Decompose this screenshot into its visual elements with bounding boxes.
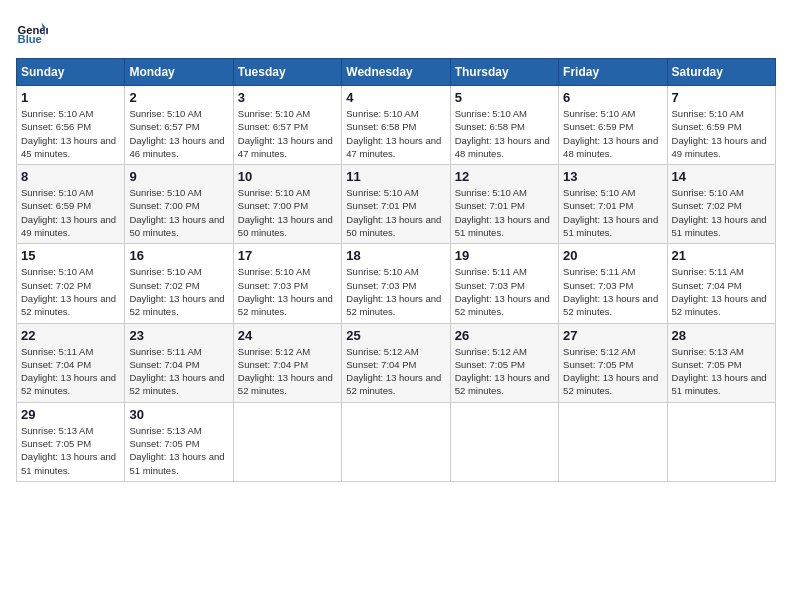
day-info: Sunrise: 5:13 AM Sunset: 7:05 PM Dayligh… <box>21 424 120 477</box>
day-info: Sunrise: 5:12 AM Sunset: 7:05 PM Dayligh… <box>455 345 554 398</box>
calendar-cell: 18 Sunrise: 5:10 AM Sunset: 7:03 PM Dayl… <box>342 244 450 323</box>
calendar-cell: 12 Sunrise: 5:10 AM Sunset: 7:01 PM Dayl… <box>450 165 558 244</box>
day-info: Sunrise: 5:10 AM Sunset: 6:59 PM Dayligh… <box>672 107 771 160</box>
day-info: Sunrise: 5:10 AM Sunset: 7:00 PM Dayligh… <box>129 186 228 239</box>
day-info: Sunrise: 5:13 AM Sunset: 7:05 PM Dayligh… <box>672 345 771 398</box>
calendar-week-row: 22 Sunrise: 5:11 AM Sunset: 7:04 PM Dayl… <box>17 323 776 402</box>
day-number: 10 <box>238 169 337 184</box>
day-info: Sunrise: 5:10 AM Sunset: 7:02 PM Dayligh… <box>672 186 771 239</box>
column-header-monday: Monday <box>125 59 233 86</box>
calendar-cell: 14 Sunrise: 5:10 AM Sunset: 7:02 PM Dayl… <box>667 165 775 244</box>
day-number: 12 <box>455 169 554 184</box>
calendar-cell <box>342 402 450 481</box>
day-info: Sunrise: 5:11 AM Sunset: 7:04 PM Dayligh… <box>21 345 120 398</box>
calendar-cell: 27 Sunrise: 5:12 AM Sunset: 7:05 PM Dayl… <box>559 323 667 402</box>
day-number: 11 <box>346 169 445 184</box>
calendar-cell: 25 Sunrise: 5:12 AM Sunset: 7:04 PM Dayl… <box>342 323 450 402</box>
column-header-tuesday: Tuesday <box>233 59 341 86</box>
calendar-cell: 22 Sunrise: 5:11 AM Sunset: 7:04 PM Dayl… <box>17 323 125 402</box>
day-info: Sunrise: 5:10 AM Sunset: 7:02 PM Dayligh… <box>21 265 120 318</box>
day-info: Sunrise: 5:11 AM Sunset: 7:03 PM Dayligh… <box>563 265 662 318</box>
day-number: 7 <box>672 90 771 105</box>
day-info: Sunrise: 5:10 AM Sunset: 6:57 PM Dayligh… <box>238 107 337 160</box>
day-info: Sunrise: 5:11 AM Sunset: 7:04 PM Dayligh… <box>129 345 228 398</box>
day-number: 19 <box>455 248 554 263</box>
calendar-cell: 6 Sunrise: 5:10 AM Sunset: 6:59 PM Dayli… <box>559 86 667 165</box>
column-header-saturday: Saturday <box>667 59 775 86</box>
calendar-cell: 2 Sunrise: 5:10 AM Sunset: 6:57 PM Dayli… <box>125 86 233 165</box>
day-info: Sunrise: 5:10 AM Sunset: 7:00 PM Dayligh… <box>238 186 337 239</box>
calendar-cell <box>559 402 667 481</box>
day-number: 26 <box>455 328 554 343</box>
day-number: 24 <box>238 328 337 343</box>
day-info: Sunrise: 5:10 AM Sunset: 7:03 PM Dayligh… <box>238 265 337 318</box>
calendar-cell: 10 Sunrise: 5:10 AM Sunset: 7:00 PM Dayl… <box>233 165 341 244</box>
day-number: 2 <box>129 90 228 105</box>
day-number: 6 <box>563 90 662 105</box>
day-info: Sunrise: 5:10 AM Sunset: 6:59 PM Dayligh… <box>563 107 662 160</box>
day-number: 16 <box>129 248 228 263</box>
page-header: General Blue <box>16 16 776 48</box>
calendar-cell: 7 Sunrise: 5:10 AM Sunset: 6:59 PM Dayli… <box>667 86 775 165</box>
day-info: Sunrise: 5:12 AM Sunset: 7:04 PM Dayligh… <box>238 345 337 398</box>
day-number: 25 <box>346 328 445 343</box>
calendar-cell <box>667 402 775 481</box>
day-info: Sunrise: 5:10 AM Sunset: 7:01 PM Dayligh… <box>455 186 554 239</box>
day-number: 18 <box>346 248 445 263</box>
day-info: Sunrise: 5:10 AM Sunset: 7:03 PM Dayligh… <box>346 265 445 318</box>
calendar-cell: 1 Sunrise: 5:10 AM Sunset: 6:56 PM Dayli… <box>17 86 125 165</box>
calendar-cell: 20 Sunrise: 5:11 AM Sunset: 7:03 PM Dayl… <box>559 244 667 323</box>
calendar-cell: 23 Sunrise: 5:11 AM Sunset: 7:04 PM Dayl… <box>125 323 233 402</box>
day-number: 23 <box>129 328 228 343</box>
column-header-friday: Friday <box>559 59 667 86</box>
calendar-cell: 28 Sunrise: 5:13 AM Sunset: 7:05 PM Dayl… <box>667 323 775 402</box>
day-number: 22 <box>21 328 120 343</box>
calendar-cell: 30 Sunrise: 5:13 AM Sunset: 7:05 PM Dayl… <box>125 402 233 481</box>
day-number: 14 <box>672 169 771 184</box>
calendar-cell: 5 Sunrise: 5:10 AM Sunset: 6:58 PM Dayli… <box>450 86 558 165</box>
calendar-week-row: 8 Sunrise: 5:10 AM Sunset: 6:59 PM Dayli… <box>17 165 776 244</box>
column-header-wednesday: Wednesday <box>342 59 450 86</box>
calendar-cell: 17 Sunrise: 5:10 AM Sunset: 7:03 PM Dayl… <box>233 244 341 323</box>
day-info: Sunrise: 5:10 AM Sunset: 6:57 PM Dayligh… <box>129 107 228 160</box>
calendar-cell: 15 Sunrise: 5:10 AM Sunset: 7:02 PM Dayl… <box>17 244 125 323</box>
day-info: Sunrise: 5:11 AM Sunset: 7:03 PM Dayligh… <box>455 265 554 318</box>
calendar-cell: 8 Sunrise: 5:10 AM Sunset: 6:59 PM Dayli… <box>17 165 125 244</box>
day-number: 29 <box>21 407 120 422</box>
calendar-cell: 3 Sunrise: 5:10 AM Sunset: 6:57 PM Dayli… <box>233 86 341 165</box>
day-info: Sunrise: 5:10 AM Sunset: 7:02 PM Dayligh… <box>129 265 228 318</box>
day-info: Sunrise: 5:12 AM Sunset: 7:04 PM Dayligh… <box>346 345 445 398</box>
day-info: Sunrise: 5:10 AM Sunset: 6:59 PM Dayligh… <box>21 186 120 239</box>
calendar-cell: 26 Sunrise: 5:12 AM Sunset: 7:05 PM Dayl… <box>450 323 558 402</box>
day-number: 30 <box>129 407 228 422</box>
calendar-cell: 16 Sunrise: 5:10 AM Sunset: 7:02 PM Dayl… <box>125 244 233 323</box>
calendar-table: SundayMondayTuesdayWednesdayThursdayFrid… <box>16 58 776 482</box>
logo: General Blue <box>16 16 48 48</box>
calendar-cell: 21 Sunrise: 5:11 AM Sunset: 7:04 PM Dayl… <box>667 244 775 323</box>
day-number: 21 <box>672 248 771 263</box>
calendar-cell: 24 Sunrise: 5:12 AM Sunset: 7:04 PM Dayl… <box>233 323 341 402</box>
day-number: 13 <box>563 169 662 184</box>
day-info: Sunrise: 5:13 AM Sunset: 7:05 PM Dayligh… <box>129 424 228 477</box>
day-info: Sunrise: 5:10 AM Sunset: 6:58 PM Dayligh… <box>455 107 554 160</box>
calendar-header-row: SundayMondayTuesdayWednesdayThursdayFrid… <box>17 59 776 86</box>
calendar-week-row: 29 Sunrise: 5:13 AM Sunset: 7:05 PM Dayl… <box>17 402 776 481</box>
calendar-week-row: 1 Sunrise: 5:10 AM Sunset: 6:56 PM Dayli… <box>17 86 776 165</box>
day-info: Sunrise: 5:10 AM Sunset: 6:56 PM Dayligh… <box>21 107 120 160</box>
calendar-cell: 13 Sunrise: 5:10 AM Sunset: 7:01 PM Dayl… <box>559 165 667 244</box>
day-info: Sunrise: 5:11 AM Sunset: 7:04 PM Dayligh… <box>672 265 771 318</box>
day-number: 9 <box>129 169 228 184</box>
day-number: 28 <box>672 328 771 343</box>
day-number: 20 <box>563 248 662 263</box>
day-info: Sunrise: 5:10 AM Sunset: 7:01 PM Dayligh… <box>346 186 445 239</box>
calendar-cell: 9 Sunrise: 5:10 AM Sunset: 7:00 PM Dayli… <box>125 165 233 244</box>
day-number: 8 <box>21 169 120 184</box>
calendar-cell: 4 Sunrise: 5:10 AM Sunset: 6:58 PM Dayli… <box>342 86 450 165</box>
calendar-cell: 19 Sunrise: 5:11 AM Sunset: 7:03 PM Dayl… <box>450 244 558 323</box>
svg-text:Blue: Blue <box>18 33 42 45</box>
day-number: 15 <box>21 248 120 263</box>
calendar-cell <box>450 402 558 481</box>
day-info: Sunrise: 5:10 AM Sunset: 7:01 PM Dayligh… <box>563 186 662 239</box>
day-number: 3 <box>238 90 337 105</box>
calendar-cell: 29 Sunrise: 5:13 AM Sunset: 7:05 PM Dayl… <box>17 402 125 481</box>
